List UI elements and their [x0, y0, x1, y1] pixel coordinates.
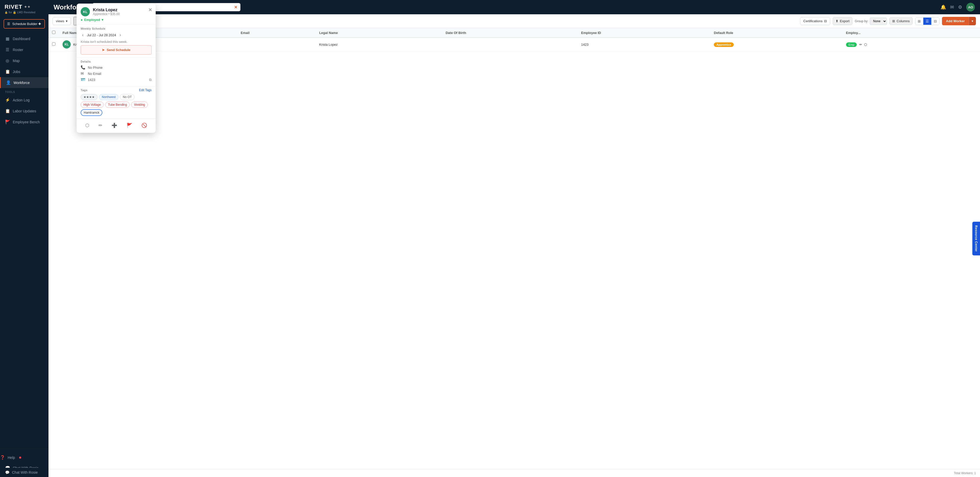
block-icon[interactable]: 🚫 [139, 121, 149, 129]
popup-weekly-schedule: Weekly Schedule ‹ Jul 22 - Jul 28 2024 ›… [76, 24, 156, 57]
map-icon: ◎ [5, 58, 10, 63]
tag-no-ot[interactable]: No OT [120, 94, 135, 100]
sidebar-item-dashboard[interactable]: ▦ Dashboard [0, 33, 48, 44]
org-name: 🔒 for 🔒 LMD Revisited [5, 11, 44, 14]
popup-header: KL Krista Lopez Apprentice • $35.00 ● Em… [76, 3, 156, 24]
edit-profile-icon[interactable]: ✏ [97, 121, 104, 129]
cell-legal-name: Krista Lopez [316, 38, 442, 51]
weekly-label: Weekly Schedule [81, 27, 151, 30]
popup-actions: ⬡ ✏ ➕ 🚩 🚫 [76, 119, 156, 133]
action-log-icon: ⚡ [5, 97, 10, 102]
sidebar-item-labor-updates[interactable]: 📋 Labor Updates [0, 105, 48, 116]
sidebar-item-employee-bench[interactable]: 🚩 Employee Bench [0, 116, 48, 128]
sidebar-item-action-log[interactable]: ⚡ Action Log [0, 94, 48, 105]
select-all-checkbox[interactable] [52, 30, 56, 34]
not-scheduled-msg: Krista isn't scheduled this week. [81, 40, 151, 44]
popup-tags: Tags Edit Tags ★★★★ Northwest No OT High… [76, 86, 156, 118]
sidebar-item-label: Dashboard [13, 37, 30, 41]
row-checkbox-cell [48, 38, 59, 51]
sidebar-item-label: Roster [13, 48, 23, 52]
sidebar-logo: RIVET ✦✦ 🔒 for 🔒 LMD Revisited [0, 0, 48, 17]
nav-items: ▦ Dashboard ☰ Roster ◎ Map 📋 Jobs 👤 Work… [0, 31, 48, 238]
week-range: Jul 22 - Jul 28 2024 [87, 33, 116, 37]
detail-phone: 📞 No Phone [81, 65, 151, 70]
chevron-down-icon: ▾ [66, 19, 68, 23]
tag-welding[interactable]: Welding [131, 102, 148, 108]
phone-icon: 📞 [81, 65, 85, 70]
sidebar-item-label: Action Log [13, 98, 30, 102]
sidebar-item-roster[interactable]: ☰ Roster [0, 44, 48, 55]
next-week-button[interactable]: › [118, 32, 123, 38]
flag-icon[interactable]: 🚩 [124, 121, 134, 129]
col-email: Email [237, 28, 316, 38]
sidebar-item-label: Workforce [14, 81, 30, 85]
sidebar: RIVET ✦✦ 🔒 for 🔒 LMD Revisited ☰ Schedul… [0, 0, 48, 238]
col-dob: Date Of Birth [442, 28, 490, 38]
sidebar-item-label: Jobs [13, 70, 21, 74]
tags-header: Tags Edit Tags [81, 88, 151, 92]
employee-bench-icon: 🚩 [5, 120, 10, 124]
copy-id-icon[interactable]: ⧉ [149, 78, 151, 82]
tag-stars[interactable]: ★★★★ [81, 94, 97, 100]
popup-close-button[interactable]: ✕ [148, 7, 152, 13]
popup-status: ● Employed ▾ [81, 18, 151, 22]
tools-label: TOOLS [0, 88, 48, 94]
popup-avatar: KL [81, 7, 90, 16]
col-legal-name: Legal Name [316, 28, 442, 38]
row-avatar: KL [62, 40, 71, 48]
email-icon: ✉ [81, 71, 85, 76]
id-icon: 🪪 [81, 77, 85, 82]
tags-label: Tags [81, 89, 88, 92]
popup-worker-role-rate: Apprentice • $35.00 [93, 12, 120, 16]
add-shift-icon[interactable]: ➕ [110, 121, 119, 129]
tag-northwest[interactable]: Northwest [99, 94, 118, 100]
views-button[interactable]: views ▾ [52, 17, 71, 25]
detail-email: ✉ No Email [81, 71, 151, 76]
tag-high-voltage[interactable]: High Voltage [81, 102, 103, 108]
send-icon: ➤ [102, 48, 105, 52]
jobs-icon: 📋 [5, 69, 10, 74]
labor-updates-icon: 📋 [5, 108, 10, 113]
tag-tube-bending[interactable]: Tube Bending [105, 102, 130, 108]
schedule-builder-icon: ☰ [7, 22, 10, 26]
details-label: Details [81, 60, 151, 63]
sidebar-item-map[interactable]: ◎ Map [0, 55, 48, 66]
cell-dob [442, 38, 490, 51]
sidebar-item-label: Labor Updates [13, 109, 36, 113]
workforce-icon: 👤 [6, 80, 11, 85]
send-schedule-button[interactable]: ➤ Send Schedule [81, 45, 151, 55]
prev-week-button[interactable]: ‹ [81, 32, 85, 38]
tag-hamtramck[interactable]: Hamtramck [81, 109, 102, 116]
schedule-builder-button[interactable]: ☰ Schedule Builder ✚ [3, 19, 45, 29]
week-nav: ‹ Jul 22 - Jul 28 2024 › [81, 32, 151, 38]
logo-stars: ✦✦ [24, 5, 30, 9]
detail-employee-id: 🪪 1423 ⧉ [81, 77, 151, 82]
dashboard-icon: ▦ [5, 36, 10, 41]
sidebar-item-label: Employee Bench [13, 120, 40, 124]
row-checkbox[interactable] [52, 42, 56, 46]
popup-worker-name: Krista Lopez [93, 8, 120, 12]
sidebar-item-label: Map [13, 59, 20, 63]
sidebar-item-jobs[interactable]: 📋 Jobs [0, 66, 48, 77]
edit-tags-link[interactable]: Edit Tags [139, 88, 151, 92]
sidebar-item-workforce[interactable]: 👤 Workforce [0, 77, 48, 88]
view-profile-icon[interactable]: ⬡ [83, 121, 91, 129]
tags-row: ★★★★ Northwest No OT High Voltage Tube B… [81, 94, 151, 116]
col-checkbox [48, 28, 59, 38]
worker-popup: KL Krista Lopez Apprentice • $35.00 ● Em… [76, 3, 156, 133]
chevron-down-icon: ▾ [102, 18, 103, 22]
roster-icon: ☰ [5, 47, 10, 52]
cell-email [237, 38, 316, 51]
logo: RIVET ✦✦ [5, 3, 44, 10]
search-clear-icon[interactable]: ✕ [234, 5, 237, 10]
popup-details: Details 📞 No Phone ✉ No Email 🪪 1423 ⧉ [76, 57, 156, 86]
